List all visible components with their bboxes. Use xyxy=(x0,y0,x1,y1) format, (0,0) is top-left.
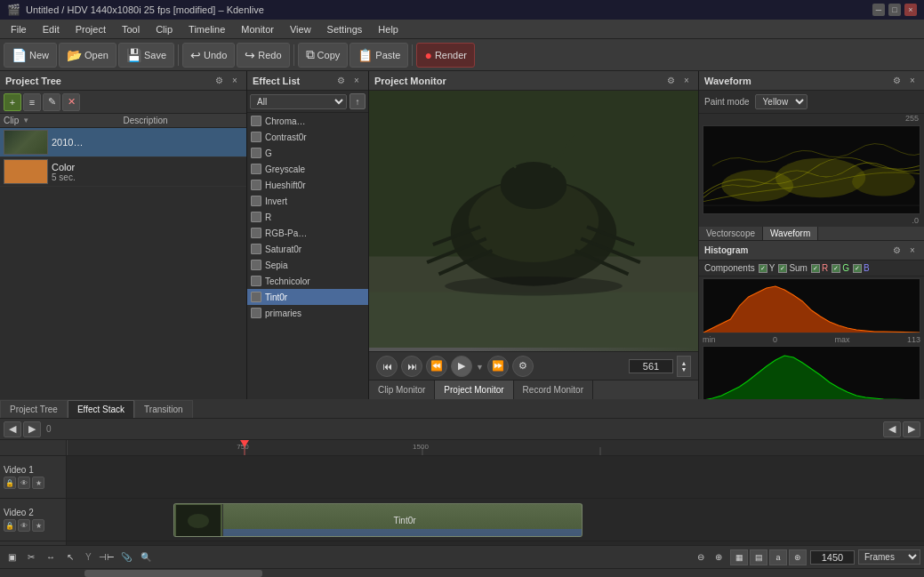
prev-frame-btn[interactable]: ⏭ xyxy=(401,356,422,377)
tab-project-tree-bottom[interactable]: Project Tree xyxy=(0,400,68,418)
check-r[interactable]: ✓ R xyxy=(811,263,828,273)
track-content-video-3[interactable]: Color Clip xyxy=(67,541,924,545)
effect-chroma[interactable]: Chroma… xyxy=(247,113,368,129)
menu-view[interactable]: View xyxy=(283,22,318,36)
tl-view-btn-2[interactable]: ▤ xyxy=(750,549,767,565)
tl-zoom-out[interactable]: ⊖ xyxy=(693,549,709,565)
play-btn[interactable]: ▶ xyxy=(451,356,472,377)
effect-rgb-pa[interactable]: RGB-Pa… xyxy=(247,225,368,241)
track-solo-v2[interactable]: ★ xyxy=(32,519,44,532)
check-b-box[interactable]: ✓ xyxy=(853,264,862,273)
check-sum[interactable]: ✓ Sum xyxy=(778,263,807,273)
tl-tool-clip[interactable]: 📎 xyxy=(118,549,134,565)
menu-file[interactable]: File xyxy=(4,22,34,36)
check-sum-box[interactable]: ✓ xyxy=(778,264,787,273)
fast-forward-btn[interactable]: ⏩ xyxy=(487,356,509,377)
timeline-timecode-input[interactable] xyxy=(810,550,855,565)
tl-btn-left[interactable]: ◀ xyxy=(4,421,21,437)
tl-tool-move[interactable]: ↔ xyxy=(43,549,59,565)
track-solo-v1[interactable]: ★ xyxy=(32,477,44,489)
effect-category-select[interactable]: All xyxy=(250,94,347,109)
track-content-video-1[interactable] xyxy=(67,456,924,498)
tab-waveform-scope[interactable]: Waveform xyxy=(763,227,818,240)
check-y-box[interactable]: ✓ xyxy=(759,264,767,273)
tab-project-monitor[interactable]: Project Monitor xyxy=(435,381,513,399)
tl-tool-snap[interactable]: ⊣⊢ xyxy=(99,549,115,565)
edit-clip-btn[interactable]: ✎ xyxy=(43,93,60,111)
track-lock-v2[interactable]: 🔒 xyxy=(4,519,16,532)
menu-clip[interactable]: Clip xyxy=(149,22,180,36)
timeline-unit-select[interactable]: Frames Timecode xyxy=(858,549,920,565)
effect-g[interactable]: G xyxy=(247,145,368,161)
scrollbar-track[interactable] xyxy=(67,569,924,577)
redo-button[interactable]: ↪ Redo xyxy=(237,43,289,68)
check-g-box[interactable]: ✓ xyxy=(832,264,840,273)
timecode-spinbox[interactable]: ▲ ▼ xyxy=(677,356,691,377)
save-button[interactable]: 💾 Save xyxy=(118,43,174,68)
tab-vectorscope[interactable]: Vectorscope xyxy=(699,227,763,240)
menu-settings[interactable]: Settings xyxy=(320,22,370,36)
check-g[interactable]: ✓ G xyxy=(832,263,849,273)
remove-clip-btn[interactable]: ✕ xyxy=(62,93,80,111)
track-mute-v1[interactable]: 👁 xyxy=(18,477,30,489)
track-content-video-2[interactable]: Tint0r xyxy=(67,499,924,541)
clip-row-color[interactable]: Color 5 sec. xyxy=(0,157,246,187)
copy-button[interactable]: ⧉ Copy xyxy=(298,43,349,68)
undo-button[interactable]: ↩ Undo xyxy=(182,43,235,68)
paint-mode-select[interactable]: Yellow Green White xyxy=(755,94,807,109)
project-tree-menu-btn[interactable]: ⚙ xyxy=(213,75,225,87)
clip-properties-btn[interactable]: ≡ xyxy=(23,93,41,111)
clip-tint0r-video[interactable]: Tint0r xyxy=(173,503,583,537)
play-dropdown-arrow[interactable]: ▼ xyxy=(476,363,484,372)
menu-edit[interactable]: Edit xyxy=(36,22,67,36)
tl-nav-right[interactable]: ▶ xyxy=(903,421,920,437)
effect-hueshift0r[interactable]: Hueshift0r xyxy=(247,177,368,193)
minimize-button[interactable]: ─ xyxy=(872,4,885,16)
tab-record-monitor[interactable]: Record Monitor xyxy=(514,381,593,399)
tl-view-btn-1[interactable]: ▦ xyxy=(730,549,748,565)
close-button[interactable]: × xyxy=(904,4,917,16)
effect-list-menu-btn[interactable]: ⚙ xyxy=(334,75,347,87)
menu-help[interactable]: Help xyxy=(371,22,406,36)
maximize-button[interactable]: □ xyxy=(888,4,901,16)
tl-tool-zoom[interactable]: 🔍 xyxy=(138,549,154,565)
tab-transition[interactable]: Transition xyxy=(134,400,193,418)
check-b[interactable]: ✓ B xyxy=(853,263,870,273)
effect-list-close-btn[interactable]: × xyxy=(350,75,363,87)
clip-row-video[interactable]: 2010… xyxy=(0,128,246,157)
timecode-input[interactable] xyxy=(629,359,673,373)
check-y[interactable]: ✓ Y xyxy=(759,263,775,273)
histogram-close-btn[interactable]: × xyxy=(906,244,919,257)
effect-r[interactable]: R xyxy=(247,209,368,225)
new-button[interactable]: 📄 New xyxy=(4,43,57,68)
tab-effect-stack[interactable]: Effect Stack xyxy=(68,400,134,418)
effect-tint0r[interactable]: Tint0r xyxy=(247,289,368,305)
paste-button[interactable]: 📋 Paste xyxy=(350,43,408,68)
effect-sepia[interactable]: Sepia xyxy=(247,257,368,273)
waveform-close-btn[interactable]: × xyxy=(906,75,919,87)
monitor-close-btn[interactable]: × xyxy=(680,75,693,87)
monitor-menu-btn[interactable]: ⚙ xyxy=(664,75,677,87)
effect-contrast0r[interactable]: Contrast0r xyxy=(247,129,368,145)
tl-view-btn-4[interactable]: ⊛ xyxy=(789,549,807,565)
menu-project[interactable]: Project xyxy=(68,22,113,36)
check-r-box[interactable]: ✓ xyxy=(811,264,820,273)
track-lock-v1[interactable]: 🔒 xyxy=(4,477,16,489)
settings-btn[interactable]: ⚙ xyxy=(512,356,534,377)
tl-tool-arrow[interactable]: ↖ xyxy=(62,549,78,565)
tl-btn-right[interactable]: ▶ xyxy=(23,421,41,437)
effect-greyscale[interactable]: Greyscale xyxy=(247,161,368,177)
go-to-start-btn[interactable]: ⏮ xyxy=(376,356,398,377)
tl-view-btn-3[interactable]: a xyxy=(769,549,787,565)
tl-zoom-in[interactable]: ⊕ xyxy=(711,549,727,565)
histogram-menu-btn[interactable]: ⚙ xyxy=(890,244,903,257)
project-tree-close-btn[interactable]: × xyxy=(229,75,241,87)
effect-primaries[interactable]: primaries xyxy=(247,305,368,321)
tab-clip-monitor[interactable]: Clip Monitor xyxy=(369,381,435,399)
track-mute-v2[interactable]: 👁 xyxy=(18,519,30,532)
menu-monitor[interactable]: Monitor xyxy=(234,22,281,36)
menu-timeline[interactable]: Timeline xyxy=(181,22,232,36)
tl-tool-select[interactable]: ▣ xyxy=(4,549,20,565)
menu-tool[interactable]: Tool xyxy=(115,22,147,36)
effect-saturat0r[interactable]: Saturat0r xyxy=(247,241,368,257)
